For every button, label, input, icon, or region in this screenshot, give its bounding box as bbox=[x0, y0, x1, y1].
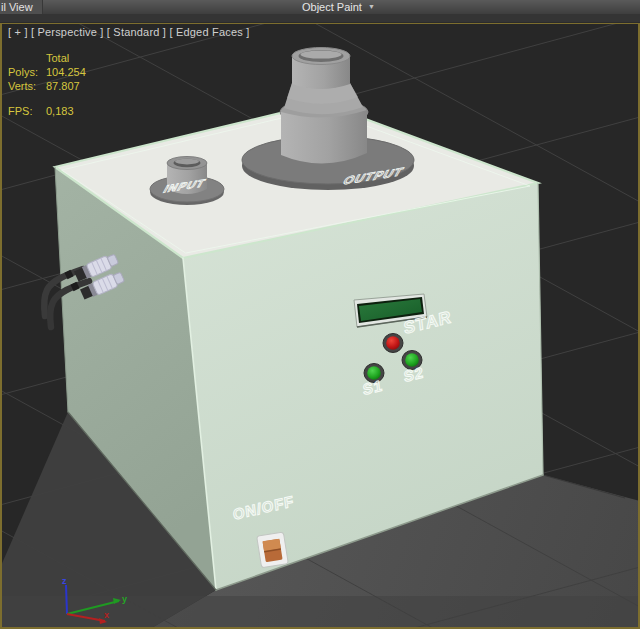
axis-x-label: x bbox=[104, 610, 109, 620]
viewport-label[interactable]: [ + ] [ Perspective ] [ Standard ] [ Edg… bbox=[8, 26, 249, 38]
ribbon-tab-label: Object Paint bbox=[302, 1, 362, 13]
menu-item-label: il View bbox=[1, 1, 33, 13]
statistics-overlay: Total Polys: 104.254 Verts: 87.807 bbox=[8, 51, 86, 93]
perspective-viewport[interactable]: z y x bbox=[0, 0, 640, 629]
ribbon-tab-object-paint[interactable]: Object Paint ▼ bbox=[302, 0, 375, 14]
axis-y-label: y bbox=[122, 594, 127, 604]
stats-row-verts: Verts: 87.807 bbox=[8, 79, 86, 93]
power-switch[interactable] bbox=[257, 532, 289, 568]
collapsed-ribbon-strip bbox=[0, 14, 640, 23]
menu-item-civil-view[interactable]: il View bbox=[0, 0, 43, 14]
top-menu-bar: il View Object Paint ▼ bbox=[0, 0, 640, 14]
application-window: z y x il View Object Paint ▼ [ + ] [ Per… bbox=[0, 0, 640, 629]
stats-header: Total bbox=[8, 51, 86, 65]
chevron-down-icon: ▼ bbox=[368, 0, 375, 14]
axis-z-label: z bbox=[62, 576, 67, 586]
stats-row-fps: FPS: 0,183 bbox=[8, 105, 74, 117]
stats-row-polys: Polys: 104.254 bbox=[8, 65, 86, 79]
start-button[interactable] bbox=[383, 334, 403, 353]
